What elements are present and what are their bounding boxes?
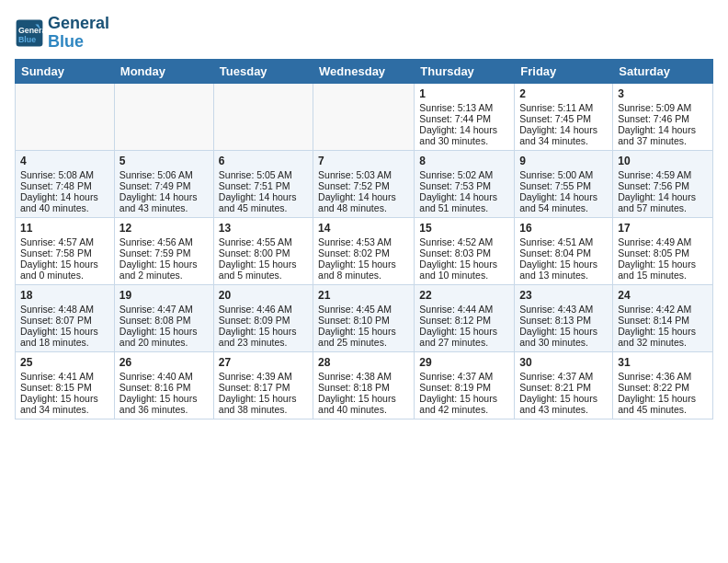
day-number: 18 xyxy=(20,289,109,302)
cell-content-line: Sunset: 8:09 PM xyxy=(219,315,308,326)
cell-content-line: and 34 minutes. xyxy=(519,135,608,146)
cell-content-line: Daylight: 15 hours xyxy=(419,326,509,337)
cell-content-line: Daylight: 14 hours xyxy=(419,124,509,135)
cell-content-line: Sunset: 8:17 PM xyxy=(219,382,308,393)
cell-content-line: and 25 minutes. xyxy=(318,337,409,348)
cell-content-line: Sunrise: 4:37 AM xyxy=(519,371,608,382)
calendar-cell: 15Sunrise: 4:52 AMSunset: 8:03 PMDayligh… xyxy=(415,217,515,284)
cell-content-line: Daylight: 14 hours xyxy=(618,191,708,202)
day-number: 17 xyxy=(618,222,708,235)
cell-content-line: Sunset: 8:05 PM xyxy=(618,247,708,259)
logo-blue: Blue xyxy=(48,33,109,52)
day-number: 31 xyxy=(618,356,708,369)
cell-content-line: Daylight: 15 hours xyxy=(519,259,608,270)
day-number: 13 xyxy=(219,222,308,235)
cell-content-line: Sunrise: 5:09 AM xyxy=(618,102,708,113)
cell-content-line: and 57 minutes. xyxy=(618,202,708,213)
cell-content-line: Sunset: 8:21 PM xyxy=(519,382,608,393)
cell-content-line: Sunrise: 5:08 AM xyxy=(20,169,109,180)
calendar-week-4: 18Sunrise: 4:48 AMSunset: 8:07 PMDayligh… xyxy=(16,284,713,351)
calendar-cell: 16Sunrise: 4:51 AMSunset: 8:04 PMDayligh… xyxy=(515,217,613,284)
cell-content-line: Daylight: 15 hours xyxy=(119,393,209,404)
day-number: 3 xyxy=(618,87,708,100)
day-number: 27 xyxy=(219,356,308,369)
cell-content-line: Daylight: 15 hours xyxy=(318,259,409,270)
cell-content-line: Daylight: 14 hours xyxy=(419,191,509,202)
calendar-cell: 11Sunrise: 4:57 AMSunset: 7:58 PMDayligh… xyxy=(16,217,115,284)
calendar-week-1: 1Sunrise: 5:13 AMSunset: 7:44 PMDaylight… xyxy=(16,83,713,150)
cell-content-line: and 30 minutes. xyxy=(519,337,608,348)
cell-content-line: Daylight: 14 hours xyxy=(20,191,109,202)
cell-content-line: Sunset: 8:15 PM xyxy=(20,382,109,393)
day-number: 20 xyxy=(219,289,308,302)
cell-content-line: and 18 minutes. xyxy=(20,337,109,348)
calendar-cell: 17Sunrise: 4:49 AMSunset: 8:05 PMDayligh… xyxy=(613,217,713,284)
cell-content-line: Sunrise: 4:49 AM xyxy=(618,236,708,247)
cell-content-line: Daylight: 15 hours xyxy=(419,259,509,270)
cell-content-line: and 43 minutes. xyxy=(119,202,209,213)
cell-content-line: and 45 minutes. xyxy=(219,202,308,213)
day-number: 30 xyxy=(519,356,608,369)
cell-content-line: Sunrise: 4:43 AM xyxy=(519,304,608,315)
cell-content-line: Sunset: 7:58 PM xyxy=(20,247,109,259)
cell-content-line: Sunrise: 4:57 AM xyxy=(20,236,109,247)
cell-content-line: Sunrise: 5:11 AM xyxy=(519,102,608,113)
cell-content-line: Daylight: 15 hours xyxy=(219,326,308,337)
calendar-cell: 26Sunrise: 4:40 AMSunset: 8:16 PMDayligh… xyxy=(114,351,213,419)
cell-content-line: and 34 minutes. xyxy=(20,404,109,415)
calendar-cell: 19Sunrise: 4:47 AMSunset: 8:08 PMDayligh… xyxy=(114,284,213,351)
cell-content-line: Sunset: 8:13 PM xyxy=(519,315,608,326)
cell-content-line: Daylight: 14 hours xyxy=(519,191,608,202)
cell-content-line: Daylight: 14 hours xyxy=(519,124,608,135)
cell-content-line: Sunrise: 5:00 AM xyxy=(519,169,608,180)
day-number: 29 xyxy=(419,356,509,369)
cell-content-line: Sunrise: 4:44 AM xyxy=(419,304,509,315)
cell-content-line: Daylight: 14 hours xyxy=(618,124,708,135)
cell-content-line: Sunset: 8:16 PM xyxy=(119,382,209,393)
calendar-cell: 22Sunrise: 4:44 AMSunset: 8:12 PMDayligh… xyxy=(415,284,515,351)
cell-content-line: Daylight: 15 hours xyxy=(618,259,708,270)
cell-content-line: Sunrise: 4:55 AM xyxy=(219,236,308,247)
cell-content-line: and 30 minutes. xyxy=(419,135,509,146)
calendar-week-2: 4Sunrise: 5:08 AMSunset: 7:48 PMDaylight… xyxy=(16,150,713,217)
cell-content-line: and 51 minutes. xyxy=(419,202,509,213)
day-number: 16 xyxy=(519,222,608,235)
calendar-cell: 13Sunrise: 4:55 AMSunset: 8:00 PMDayligh… xyxy=(213,217,313,284)
cell-content-line: Sunset: 8:02 PM xyxy=(318,247,409,259)
cell-content-line: Daylight: 15 hours xyxy=(20,259,109,270)
calendar-cell: 18Sunrise: 4:48 AMSunset: 8:07 PMDayligh… xyxy=(16,284,115,351)
calendar-cell xyxy=(313,83,415,150)
cell-content-line: Sunrise: 4:53 AM xyxy=(318,236,409,247)
day-number: 10 xyxy=(618,155,708,167)
cell-content-line: and 27 minutes. xyxy=(419,337,509,348)
weekday-header-row: SundayMondayTuesdayWednesdayThursdayFrid… xyxy=(16,59,713,83)
calendar-cell: 5Sunrise: 5:06 AMSunset: 7:49 PMDaylight… xyxy=(114,150,213,217)
day-number: 19 xyxy=(119,289,209,302)
cell-content-line: Daylight: 15 hours xyxy=(219,259,308,270)
cell-content-line: Sunset: 7:51 PM xyxy=(219,180,308,191)
cell-content-line: Daylight: 14 hours xyxy=(119,191,209,202)
cell-content-line: Daylight: 15 hours xyxy=(618,393,708,404)
cell-content-line: and 48 minutes. xyxy=(318,202,409,213)
calendar-cell: 7Sunrise: 5:03 AMSunset: 7:52 PMDaylight… xyxy=(313,150,415,217)
svg-text:General: General xyxy=(18,26,44,35)
cell-content-line: Sunset: 7:59 PM xyxy=(119,247,209,259)
cell-content-line: and 13 minutes. xyxy=(519,270,608,281)
cell-content-line: Sunset: 8:19 PM xyxy=(419,382,509,393)
weekday-header-tuesday: Tuesday xyxy=(213,59,313,83)
top-header: General Blue General Blue xyxy=(15,15,713,55)
calendar-cell: 30Sunrise: 4:37 AMSunset: 8:21 PMDayligh… xyxy=(515,351,613,419)
calendar-cell: 8Sunrise: 5:02 AMSunset: 7:53 PMDaylight… xyxy=(415,150,515,217)
day-number: 15 xyxy=(419,222,509,235)
cell-content-line: Sunset: 7:53 PM xyxy=(419,180,509,191)
day-number: 14 xyxy=(318,222,409,235)
calendar-header: SundayMondayTuesdayWednesdayThursdayFrid… xyxy=(16,59,713,83)
day-number: 12 xyxy=(119,222,209,235)
cell-content-line: and 36 minutes. xyxy=(119,404,209,415)
cell-content-line: Daylight: 15 hours xyxy=(318,326,409,337)
cell-content-line: Sunset: 8:08 PM xyxy=(119,315,209,326)
cell-content-line: and 10 minutes. xyxy=(419,270,509,281)
svg-text:Blue: Blue xyxy=(18,34,36,43)
cell-content-line: Sunrise: 4:48 AM xyxy=(20,304,109,315)
day-number: 4 xyxy=(20,155,109,167)
